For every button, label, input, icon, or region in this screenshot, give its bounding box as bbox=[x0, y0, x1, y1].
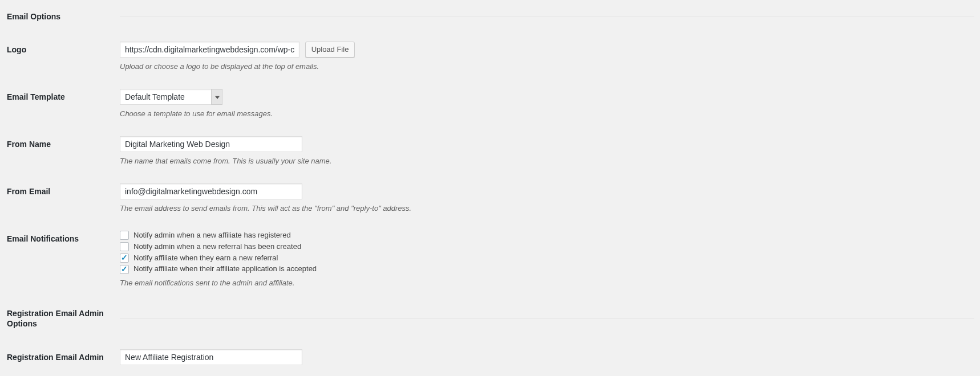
section-heading-email-options: Email Options bbox=[0, 0, 114, 33]
email-notifications-description: The email notifications sent to the admi… bbox=[120, 279, 974, 288]
notify-admin-registered-label: Notify admin when a new affiliate has re… bbox=[133, 231, 291, 240]
notify-admin-referral-label: Notify admin when a new referral has bee… bbox=[133, 242, 301, 252]
notify-affiliate-accepted-label: Notify affiliate when their affiliate ap… bbox=[133, 264, 317, 274]
notify-affiliate-earn-checkbox[interactable] bbox=[120, 254, 129, 263]
email-template-label: Email Template bbox=[0, 80, 114, 128]
logo-description: Upload or choose a logo to be displayed … bbox=[120, 62, 974, 72]
registration-email-admin-input[interactable] bbox=[120, 349, 302, 365]
email-template-description: Choose a template to use for email messa… bbox=[120, 109, 974, 119]
upload-file-button[interactable]: Upload File bbox=[305, 42, 355, 58]
notify-admin-registered-checkbox[interactable] bbox=[120, 231, 129, 240]
logo-label: Logo bbox=[0, 33, 114, 80]
from-name-label: From Name bbox=[0, 128, 114, 175]
email-template-select[interactable]: Default Template bbox=[120, 89, 222, 105]
registration-email-admin-label: Registration Email Admin bbox=[0, 341, 114, 374]
section-divider bbox=[120, 17, 974, 17]
from-email-description: The email address to send emails from. T… bbox=[120, 204, 974, 214]
notify-affiliate-accepted-checkbox[interactable] bbox=[120, 265, 129, 274]
from-email-label: From Email bbox=[0, 175, 114, 222]
logo-url-input[interactable] bbox=[120, 42, 299, 58]
section-heading-registration-admin: Registration Email Admin Options bbox=[0, 297, 114, 340]
notify-affiliate-earn-label: Notify affiliate when they earn a new re… bbox=[133, 254, 278, 263]
notify-admin-referral-checkbox[interactable] bbox=[120, 242, 129, 251]
email-notifications-label: Email Notifications bbox=[0, 222, 114, 297]
from-name-description: The name that emails come from. This is … bbox=[120, 157, 974, 166]
from-name-input[interactable] bbox=[120, 136, 302, 152]
from-email-input[interactable] bbox=[120, 183, 302, 199]
section-divider bbox=[120, 318, 974, 319]
